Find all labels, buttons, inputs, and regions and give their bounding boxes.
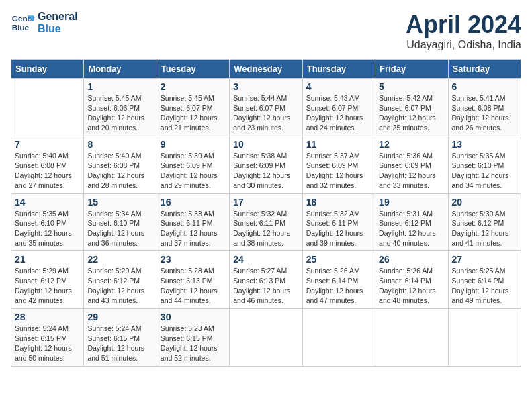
day-number: 4 [306, 81, 371, 92]
calendar-title: April 2024 [406, 11, 521, 39]
calendar-cell: 29Sunrise: 5:24 AM Sunset: 6:15 PM Dayli… [84, 309, 157, 367]
weekday-header-monday: Monday [84, 60, 157, 79]
day-info: Sunrise: 5:45 AM Sunset: 6:06 PM Dayligh… [87, 93, 152, 133]
day-number: 25 [306, 254, 371, 265]
day-info: Sunrise: 5:32 AM Sunset: 6:11 PM Dayligh… [233, 209, 298, 248]
title-block: April 2024 Udayagiri, Odisha, India [406, 11, 521, 51]
logo-icon: General Blue [11, 11, 35, 35]
day-number: 9 [161, 139, 226, 150]
day-info: Sunrise: 5:44 AM Sunset: 6:07 PM Dayligh… [233, 93, 298, 133]
page-header: General Blue General Blue April 2024 Uda… [11, 11, 521, 51]
calendar-table: SundayMondayTuesdayWednesdayThursdayFrid… [11, 59, 521, 367]
day-number: 19 [379, 197, 444, 208]
calendar-cell: 26Sunrise: 5:26 AM Sunset: 6:14 PM Dayli… [375, 251, 448, 309]
day-info: Sunrise: 5:27 AM Sunset: 6:13 PM Dayligh… [233, 266, 298, 306]
calendar-cell: 23Sunrise: 5:28 AM Sunset: 6:13 PM Dayli… [157, 251, 229, 309]
day-number: 26 [379, 254, 444, 265]
day-number: 30 [161, 312, 226, 322]
day-number: 6 [452, 81, 517, 92]
calendar-cell: 15Sunrise: 5:34 AM Sunset: 6:10 PM Dayli… [84, 193, 157, 251]
day-info: Sunrise: 5:23 AM Sunset: 6:15 PM Dayligh… [161, 324, 226, 363]
day-info: Sunrise: 5:24 AM Sunset: 6:15 PM Dayligh… [87, 324, 152, 363]
day-info: Sunrise: 5:39 AM Sunset: 6:09 PM Dayligh… [161, 151, 226, 191]
day-info: Sunrise: 5:38 AM Sunset: 6:09 PM Dayligh… [233, 151, 298, 191]
weekday-header-saturday: Saturday [448, 60, 521, 79]
day-info: Sunrise: 5:36 AM Sunset: 6:09 PM Dayligh… [379, 151, 444, 191]
weekday-header-thursday: Thursday [302, 60, 375, 79]
day-number: 13 [452, 139, 517, 150]
day-info: Sunrise: 5:30 AM Sunset: 6:12 PM Dayligh… [452, 209, 517, 248]
day-number: 7 [15, 139, 80, 150]
day-info: Sunrise: 5:28 AM Sunset: 6:13 PM Dayligh… [161, 266, 226, 306]
day-number: 14 [15, 197, 80, 208]
day-number: 8 [87, 139, 152, 150]
day-info: Sunrise: 5:26 AM Sunset: 6:14 PM Dayligh… [379, 266, 444, 306]
calendar-cell: 9Sunrise: 5:39 AM Sunset: 6:09 PM Daylig… [157, 136, 229, 193]
day-number: 1 [87, 81, 152, 92]
week-row-5: 28Sunrise: 5:24 AM Sunset: 6:15 PM Dayli… [11, 309, 521, 367]
calendar-cell [448, 309, 521, 367]
calendar-cell: 10Sunrise: 5:38 AM Sunset: 6:09 PM Dayli… [230, 136, 302, 193]
day-number: 2 [161, 81, 226, 92]
day-info: Sunrise: 5:42 AM Sunset: 6:07 PM Dayligh… [379, 93, 444, 133]
weekday-header-tuesday: Tuesday [157, 60, 229, 79]
day-number: 11 [306, 139, 371, 150]
calendar-cell: 21Sunrise: 5:29 AM Sunset: 6:12 PM Dayli… [11, 251, 84, 309]
day-number: 10 [233, 139, 298, 150]
weekday-header-row: SundayMondayTuesdayWednesdayThursdayFrid… [11, 60, 521, 79]
day-info: Sunrise: 5:32 AM Sunset: 6:11 PM Dayligh… [306, 209, 371, 248]
week-row-3: 14Sunrise: 5:35 AM Sunset: 6:10 PM Dayli… [11, 193, 521, 251]
day-number: 22 [87, 254, 152, 265]
day-number: 17 [233, 197, 298, 208]
calendar-cell: 3Sunrise: 5:44 AM Sunset: 6:07 PM Daylig… [230, 79, 302, 136]
calendar-subtitle: Udayagiri, Odisha, India [406, 39, 521, 51]
calendar-cell: 2Sunrise: 5:45 AM Sunset: 6:07 PM Daylig… [157, 79, 229, 136]
calendar-cell: 14Sunrise: 5:35 AM Sunset: 6:10 PM Dayli… [11, 193, 84, 251]
day-info: Sunrise: 5:40 AM Sunset: 6:08 PM Dayligh… [87, 151, 152, 191]
weekday-header-wednesday: Wednesday [230, 60, 302, 79]
day-info: Sunrise: 5:41 AM Sunset: 6:08 PM Dayligh… [452, 93, 517, 133]
calendar-cell: 16Sunrise: 5:33 AM Sunset: 6:11 PM Dayli… [157, 193, 229, 251]
weekday-header-friday: Friday [375, 60, 448, 79]
logo-line2: Blue [38, 23, 78, 35]
day-number: 24 [233, 254, 298, 265]
day-info: Sunrise: 5:37 AM Sunset: 6:09 PM Dayligh… [306, 151, 371, 191]
calendar-cell: 28Sunrise: 5:24 AM Sunset: 6:15 PM Dayli… [11, 309, 84, 367]
calendar-cell: 22Sunrise: 5:29 AM Sunset: 6:12 PM Dayli… [84, 251, 157, 309]
calendar-cell: 1Sunrise: 5:45 AM Sunset: 6:06 PM Daylig… [84, 79, 157, 136]
day-info: Sunrise: 5:25 AM Sunset: 6:14 PM Dayligh… [452, 266, 517, 306]
calendar-cell: 4Sunrise: 5:43 AM Sunset: 6:07 PM Daylig… [302, 79, 375, 136]
day-number: 12 [379, 139, 444, 150]
day-number: 21 [15, 254, 80, 265]
day-number: 29 [87, 312, 152, 322]
calendar-cell: 17Sunrise: 5:32 AM Sunset: 6:11 PM Dayli… [230, 193, 302, 251]
calendar-cell: 12Sunrise: 5:36 AM Sunset: 6:09 PM Dayli… [375, 136, 448, 193]
calendar-cell [11, 79, 84, 136]
calendar-cell: 11Sunrise: 5:37 AM Sunset: 6:09 PM Dayli… [302, 136, 375, 193]
day-number: 23 [161, 254, 226, 265]
day-info: Sunrise: 5:24 AM Sunset: 6:15 PM Dayligh… [15, 324, 80, 363]
day-number: 16 [161, 197, 226, 208]
calendar-cell [230, 309, 302, 367]
calendar-cell: 7Sunrise: 5:40 AM Sunset: 6:08 PM Daylig… [11, 136, 84, 193]
calendar-cell: 8Sunrise: 5:40 AM Sunset: 6:08 PM Daylig… [84, 136, 157, 193]
day-info: Sunrise: 5:29 AM Sunset: 6:12 PM Dayligh… [87, 266, 152, 306]
calendar-cell: 18Sunrise: 5:32 AM Sunset: 6:11 PM Dayli… [302, 193, 375, 251]
calendar-cell: 24Sunrise: 5:27 AM Sunset: 6:13 PM Dayli… [230, 251, 302, 309]
day-number: 15 [87, 197, 152, 208]
calendar-cell: 20Sunrise: 5:30 AM Sunset: 6:12 PM Dayli… [448, 193, 521, 251]
calendar-cell: 25Sunrise: 5:26 AM Sunset: 6:14 PM Dayli… [302, 251, 375, 309]
week-row-1: 1Sunrise: 5:45 AM Sunset: 6:06 PM Daylig… [11, 79, 521, 136]
calendar-cell [375, 309, 448, 367]
calendar-cell: 30Sunrise: 5:23 AM Sunset: 6:15 PM Dayli… [157, 309, 229, 367]
day-info: Sunrise: 5:45 AM Sunset: 6:07 PM Dayligh… [161, 93, 226, 133]
logo: General Blue General Blue [11, 11, 78, 35]
day-info: Sunrise: 5:33 AM Sunset: 6:11 PM Dayligh… [161, 209, 226, 248]
calendar-cell: 13Sunrise: 5:35 AM Sunset: 6:10 PM Dayli… [448, 136, 521, 193]
day-info: Sunrise: 5:31 AM Sunset: 6:12 PM Dayligh… [379, 209, 444, 248]
day-number: 18 [306, 197, 371, 208]
calendar-cell: 19Sunrise: 5:31 AM Sunset: 6:12 PM Dayli… [375, 193, 448, 251]
weekday-header-sunday: Sunday [11, 60, 84, 79]
day-number: 28 [15, 312, 80, 322]
day-info: Sunrise: 5:43 AM Sunset: 6:07 PM Dayligh… [306, 93, 371, 133]
